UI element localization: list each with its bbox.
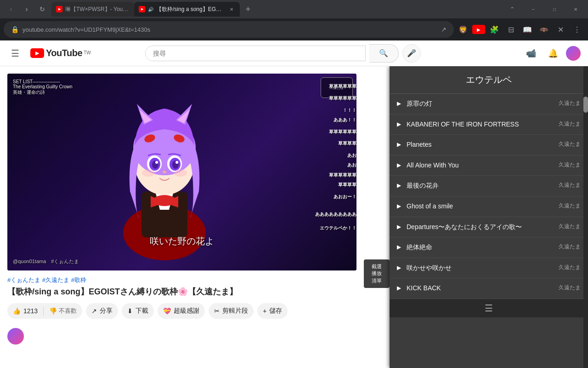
brave-rewards-icon[interactable]: 🦇 xyxy=(537,22,551,37)
more-options-icon[interactable]: ⋮ xyxy=(570,22,584,37)
tab2-favicon-sound: ▶ xyxy=(139,6,145,12)
svg-point-25 xyxy=(174,169,187,177)
danmaku-8: あお xyxy=(347,162,356,168)
dislike-button[interactable]: 👎 不喜歡 xyxy=(44,303,82,319)
user-avatar[interactable] xyxy=(566,46,581,61)
reload-button[interactable]: ↻ xyxy=(35,2,50,17)
super-thanks-button[interactable]: 💝 超級感謝 xyxy=(158,303,205,319)
window-close[interactable]: ✕ xyxy=(565,2,586,17)
video-tags[interactable]: #くぉんたま #久遠たま #歌枠 xyxy=(7,276,356,284)
danmaku-5: 草草草草草草 xyxy=(329,129,356,135)
mic-button[interactable]: 🎤 xyxy=(402,44,421,63)
download-icon: ⬇ xyxy=(127,307,133,315)
playlist-item-7[interactable]: ▶ 絶体絶命 久遠たま xyxy=(390,237,588,258)
item-0-author: 久遠たま xyxy=(559,99,581,107)
danmaku-6: 草草草草 xyxy=(338,140,356,147)
search-input[interactable] xyxy=(146,46,365,61)
window-maximize[interactable]: □ xyxy=(544,2,565,17)
tab-inactive[interactable]: ▶ 琳【TW×PWSR】- YouTube xyxy=(51,2,134,17)
notifications-button[interactable]: 🔔 xyxy=(544,44,562,63)
playlist-item-1[interactable]: ▶ KABANERI OF THE IRON FORTRESS 久遠たま xyxy=(390,115,588,135)
close-side-panel-icon[interactable]: ✕ xyxy=(553,22,568,37)
back-button[interactable]: ‹ xyxy=(4,2,18,17)
item-8-author: 久遠たま xyxy=(559,264,581,271)
item-5-author: 久遠たま xyxy=(559,202,581,210)
header-right: 📹 🔔 xyxy=(522,44,581,63)
yt-logo-country: TW xyxy=(84,50,91,55)
youtube-header: ☰ ▶ YouTube TW 🔍 🎤 📹 � xyxy=(0,40,588,66)
comment-avatar xyxy=(7,328,24,345)
danmaku-3: ！！！ xyxy=(343,107,356,114)
video-info: #くぉんたま #久遠たま #歌枠 【歌枠/sing a song】EGOISTさ… xyxy=(7,270,356,324)
thumbs-up-icon: 👍 xyxy=(13,307,21,315)
item-5-title: Ghost of a smile xyxy=(407,202,555,211)
item-1-author: 久遠たま xyxy=(559,120,581,128)
tab-active[interactable]: ▶ 🔊 【歌枠/sing a song】EGOIST... ✕ xyxy=(134,2,240,17)
play-icon-5: ▶ xyxy=(397,203,401,209)
item-9-author: 久遠たま xyxy=(559,284,581,292)
puzzle-icon[interactable]: 🧩 xyxy=(487,22,502,37)
play-icon-3: ▶ xyxy=(397,162,401,168)
mic-icon: 🎤 xyxy=(407,49,416,58)
search-container: 🔍 🎤 xyxy=(145,44,421,63)
window-minimize[interactable]: − xyxy=(523,2,544,17)
play-icon-1: ▶ xyxy=(397,121,401,127)
heart-icon: 💝 xyxy=(163,307,171,315)
sidebar-bottom-bar: ☰ xyxy=(390,299,588,317)
main-content: SET LIST------------------ The Everlasti… xyxy=(0,66,588,368)
tab-bar: ‹ › ↻ ▶ 琳【TW×PWSR】- YouTube ▶ 🔊 【歌枠/sing… xyxy=(0,0,588,18)
item-3-author: 久遠たま xyxy=(559,161,581,169)
item-2-author: 久遠たま xyxy=(559,140,581,148)
share-button[interactable]: ↗ 分享 xyxy=(86,303,118,319)
brave-shield-icon[interactable]: 🦁 xyxy=(456,22,470,37)
playlist-item-3[interactable]: ▶ All Alone With You 久遠たま xyxy=(390,155,588,176)
playlist-item-8[interactable]: ▶ 咲かせや咲かせ 久遠たま xyxy=(390,258,588,279)
share-url-icon[interactable]: ↗ xyxy=(441,26,447,33)
svg-point-21 xyxy=(155,161,158,164)
comment-section xyxy=(7,324,356,348)
yt-toolbar-icon[interactable]: ▶ xyxy=(472,25,485,34)
svg-point-22 xyxy=(175,161,178,164)
like-button[interactable]: 👍 1213 xyxy=(7,304,43,318)
sidebar-scrollbar[interactable] xyxy=(583,66,588,368)
sidebar-menu-icon[interactable]: ☰ xyxy=(485,303,493,314)
clip-float-button[interactable]: 截選 播放 清單 xyxy=(364,259,390,288)
playlist-sidebar: エウテルペ ▶ 原罪の灯 久遠たま ▶ KABANERI OF THE IRON… xyxy=(390,66,588,368)
download-button[interactable]: ⬇ 下載 xyxy=(122,303,154,319)
tab2-title: 【歌枠/sing a song】EGOIST... xyxy=(156,6,225,13)
youtube-logo[interactable]: ▶ YouTube TW xyxy=(30,48,91,58)
reading-mode-icon[interactable]: 📖 xyxy=(520,22,535,37)
sidebar-toggle-icon[interactable]: ⊟ xyxy=(503,22,518,37)
create-button[interactable]: 📹 xyxy=(522,44,540,63)
thumbs-down-icon: 👎 xyxy=(49,307,57,315)
danmaku-10: 草草草草 xyxy=(338,182,356,188)
menu-button[interactable]: ☰ xyxy=(7,44,23,63)
address-bar[interactable]: 🔒 youtube.com/watch?v=UD1PFYM9jXE&t=1430… xyxy=(4,21,454,38)
search-button[interactable]: 🔍 xyxy=(369,44,399,63)
playlist-item-9[interactable]: ▶ KICK BACK 久遠たま xyxy=(390,278,588,299)
clip-button[interactable]: ✂ 剪輯片段 xyxy=(209,303,254,319)
item-7-author: 久遠たま xyxy=(559,243,581,251)
lyrics-overlay: 咲いた野の花よ xyxy=(150,235,214,247)
video-title: 【歌枠/sing a song】EGOISTさん縛りの歌枠🌸【久遠たま】 xyxy=(7,286,356,298)
playlist-item-5[interactable]: ▶ Ghost of a smile 久遠たま xyxy=(390,196,588,217)
playlist-item-4[interactable]: ▶ 最後の花弁 久遠たま xyxy=(390,176,588,196)
item-8-title: 咲かせや咲かせ xyxy=(407,264,555,273)
danmaku-9: 草草草草草草 xyxy=(329,172,356,178)
danmaku-1: 草草草草草草 xyxy=(329,83,356,90)
playlist-item-0[interactable]: ▶ 原罪の灯 久遠たま xyxy=(390,94,588,115)
video-player[interactable]: SET LIST------------------ The Everlasti… xyxy=(7,74,356,270)
new-tab-button[interactable]: + xyxy=(242,3,254,16)
address-url: youtube.com/watch?v=UD1PFYM9jXE&t=1430s xyxy=(23,26,437,33)
window-chevron-up[interactable]: ⌃ xyxy=(502,2,523,17)
forward-button[interactable]: › xyxy=(19,2,34,17)
tab2-close[interactable]: ✕ xyxy=(228,6,235,13)
tab1-favicon: ▶ xyxy=(56,6,62,12)
danmaku-7: あお xyxy=(347,152,356,159)
playlist-item-6[interactable]: ▶ Departures〜あなたにおくるアイの歌〜 久遠たま xyxy=(390,217,588,238)
save-button[interactable]: + 儲存 xyxy=(257,303,288,319)
sidebar-scrollbar-thumb xyxy=(583,97,588,113)
play-icon-0: ▶ xyxy=(397,100,401,107)
setlist-overlay: SET LIST------------------ The Everlasti… xyxy=(13,79,73,96)
playlist-item-2[interactable]: ▶ Planetes 久遠たま xyxy=(390,135,588,155)
